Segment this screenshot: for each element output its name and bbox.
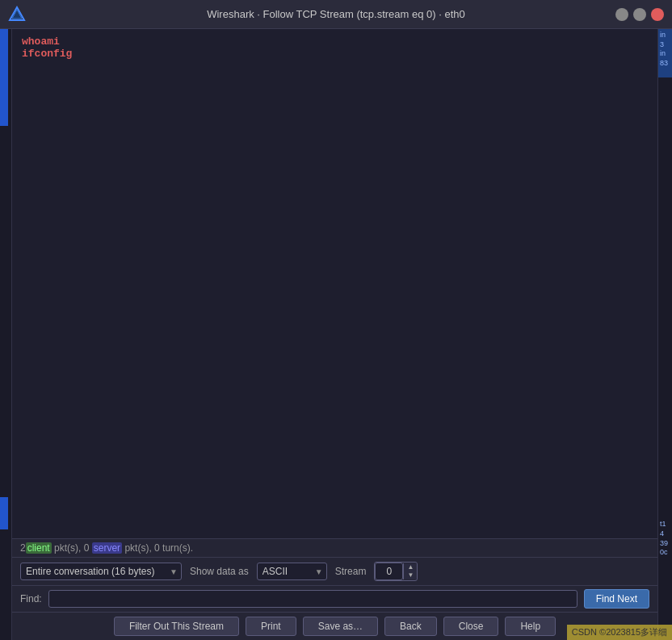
close-button[interactable]: Close: [443, 617, 499, 636]
conversation-dropdown[interactable]: Entire conversation (16 bytes): [20, 563, 182, 580]
bottom-bar: Filter Out This Stream Print Save as… Ba…: [12, 612, 657, 640]
save-as-button[interactable]: Save as…: [303, 617, 378, 636]
stream-decrement-button[interactable]: ▼: [404, 571, 417, 579]
stream-label: Stream: [335, 566, 367, 577]
filter-out-stream-button[interactable]: Filter Out This Stream: [114, 617, 239, 636]
find-input[interactable]: [48, 590, 578, 608]
ascii-dropdown-wrapper: ASCIIHex DumpC ArraysRawYAML ▼: [257, 563, 327, 580]
status-bar: 2client pkt(s), 0 server pkt(s), 0 turn(…: [12, 538, 657, 557]
main-window: Wireshark · Follow TCP Stream (tcp.strea…: [0, 0, 672, 640]
right-strip-top-text: in3in83: [660, 31, 670, 69]
control-bar: Entire conversation (16 bytes) ▼ Show da…: [12, 557, 657, 585]
right-strip-bottom-text: t14390c: [658, 518, 672, 559]
titlebar: Wireshark · Follow TCP Stream (tcp.strea…: [0, 0, 672, 29]
body-area: whoami ifconfig 2client pkt(s), 0 server…: [0, 29, 672, 640]
find-label: Find:: [20, 593, 42, 604]
left-marker-top: [0, 29, 8, 126]
right-strip-top: in3in83: [658, 29, 672, 77]
find-next-button[interactable]: Find Next: [584, 589, 649, 609]
right-sidebar-strip: in3in83 t14390c: [657, 29, 672, 640]
maximize-button[interactable]: [633, 8, 646, 21]
server-badge: server: [92, 542, 122, 554]
status-prefix: 2: [20, 542, 26, 554]
window-title: Wireshark · Follow TCP Stream (tcp.strea…: [207, 8, 465, 20]
show-data-label: Show data as: [190, 566, 249, 577]
app-logo: [8, 6, 26, 23]
stream-increment-button[interactable]: ▲: [404, 563, 417, 571]
stream-text-display[interactable]: whoami ifconfig: [12, 29, 657, 538]
ascii-dropdown[interactable]: ASCIIHex DumpC ArraysRawYAML: [257, 563, 327, 580]
stream-number-wrapper: ▲ ▼: [374, 562, 418, 581]
stream-line-1: whoami: [22, 36, 648, 48]
watermark: CSDN ©2023815多详细: [567, 625, 672, 640]
status-suffix: pkt(s), 0 turn(s).: [122, 542, 193, 554]
center-column: whoami ifconfig 2client pkt(s), 0 server…: [12, 29, 657, 640]
stream-number-arrows: ▲ ▼: [403, 563, 417, 579]
find-bar: Find: Find Next: [12, 585, 657, 612]
left-sidebar-strip: [0, 29, 12, 640]
conversation-dropdown-wrapper: Entire conversation (16 bytes) ▼: [20, 563, 182, 580]
client-badge: client: [26, 542, 52, 554]
help-button[interactable]: Help: [505, 617, 556, 636]
stream-number-input[interactable]: [375, 563, 403, 580]
status-middle: pkt(s), 0: [52, 542, 92, 554]
close-window-button[interactable]: [651, 8, 664, 21]
stream-line-2: ifconfig: [22, 48, 648, 60]
back-button[interactable]: Back: [384, 617, 437, 636]
print-button[interactable]: Print: [246, 617, 296, 636]
left-marker-bottom: [0, 497, 8, 529]
minimize-button[interactable]: [615, 8, 628, 21]
window-controls: [615, 8, 664, 21]
